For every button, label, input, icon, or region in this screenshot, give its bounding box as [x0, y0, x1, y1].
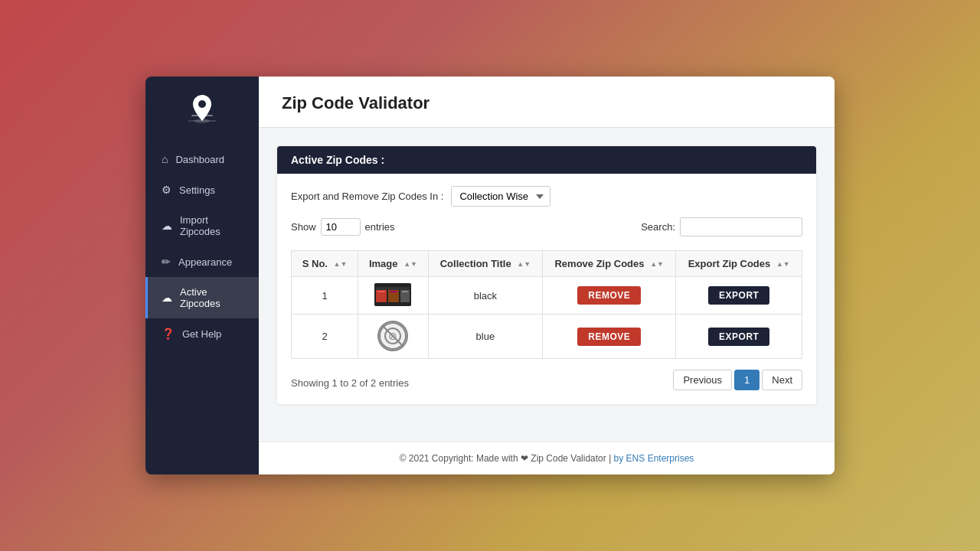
remove-button-1[interactable]: REMOVE: [577, 286, 641, 305]
cloud-upload-icon: ☁: [162, 292, 172, 304]
question-icon: ❓: [162, 328, 175, 340]
search-label: Search:: [641, 221, 675, 233]
showing-text: Showing 1 to 2 of 2 entries: [291, 377, 409, 389]
show-entries-row: Show 10 25 50 100 entries: [291, 218, 395, 236]
svg-rect-2: [191, 115, 213, 116]
no-photo-icon: ⊘: [377, 321, 408, 351]
pencil-icon: ✏: [162, 256, 171, 268]
sidebar-item-get-help[interactable]: ❓ Get Help: [145, 318, 259, 349]
cell-remove-2: REMOVE: [543, 315, 676, 359]
table-bottom-row: Showing 1 to 2 of 2 entries Previous 1 N…: [291, 368, 802, 392]
sidebar-item-settings[interactable]: ⚙ Settings: [145, 174, 259, 205]
table-row: 2 ⊘: [292, 315, 802, 359]
cell-sno-2: 2: [292, 315, 358, 359]
sidebar-logo: [185, 92, 219, 126]
sort-arrows-image: ▲▼: [403, 261, 417, 268]
card-header: Active Zip Codes :: [277, 146, 816, 174]
table-controls: Show 10 25 50 100 entries Search:: [291, 217, 802, 244]
search-row: Search:: [641, 217, 802, 236]
sort-arrows-export: ▲▼: [776, 261, 790, 268]
cloud-icon: ☁: [162, 220, 172, 232]
export-button-2[interactable]: EXPORT: [708, 328, 769, 346]
map-pin-icon: [185, 92, 219, 126]
active-zipcodes-card: Active Zip Codes : Export and Remove Zip…: [277, 146, 816, 404]
main-content: Zip Code Validator Active Zip Codes : Ex…: [259, 77, 835, 474]
col-sno: S No. ▲▼: [292, 251, 358, 277]
cell-image-1: [358, 277, 429, 315]
sort-arrows-sno: ▲▼: [334, 261, 348, 268]
cell-export-1: EXPORT: [676, 277, 802, 315]
next-button[interactable]: Next: [762, 370, 802, 390]
sidebar-item-import-zipcodes[interactable]: ☁ Import Zipcodes: [145, 205, 259, 246]
footer-heart: ❤: [521, 453, 528, 464]
card-body: Export and Remove Zip Codes In : Collect…: [277, 186, 816, 392]
sidebar-item-label: Import Zipcodes: [180, 214, 245, 237]
col-image: Image ▲▼: [358, 251, 429, 277]
home-icon: ⌂: [162, 153, 168, 165]
sidebar-item-active-zipcodes[interactable]: ☁ Active Zipcodes: [145, 277, 259, 318]
page-footer: © 2021 Copyright: Made with ❤ Zip Code V…: [259, 442, 835, 474]
sidebar-item-label: Settings: [179, 184, 215, 196]
pagination: Previous 1 Next: [673, 370, 802, 390]
zipcodes-table: S No. ▲▼ Image ▲▼ Collection Title ▲▼: [291, 250, 802, 359]
filter-label: Export and Remove Zip Codes In :: [291, 191, 443, 202]
sidebar: ⌂ Dashboard ⚙ Settings ☁ Import Zipcodes…: [145, 77, 259, 474]
cell-collection-title-1: black: [428, 277, 542, 315]
footer-app-name: Zip Code Validator: [531, 453, 606, 464]
col-collection-title: Collection Title ▲▼: [428, 251, 542, 277]
export-button-1[interactable]: EXPORT: [708, 286, 769, 305]
cosmetic-image-svg: [374, 284, 411, 305]
page-header: Zip Code Validator: [259, 77, 835, 128]
previous-button[interactable]: Previous: [673, 370, 732, 390]
footer-made-with: Made with: [476, 453, 518, 464]
remove-button-2[interactable]: REMOVE: [577, 328, 641, 346]
cell-image-2: ⊘: [358, 315, 429, 359]
footer-ens-link[interactable]: by ENS Enterprises: [614, 453, 694, 464]
svg-rect-8: [376, 287, 410, 290]
svg-rect-9: [377, 291, 385, 292]
cosmetic-image: [374, 283, 411, 306]
svg-rect-10: [390, 291, 397, 292]
entries-label: entries: [365, 221, 395, 233]
cell-collection-title-2: blue: [428, 315, 542, 359]
cell-remove-1: REMOVE: [543, 277, 676, 315]
entries-per-page-select[interactable]: 10 25 50 100: [321, 218, 361, 236]
footer-copyright: © 2021 Copyright:: [400, 453, 474, 464]
page-title: Zip Code Validator: [282, 93, 812, 113]
page-1-button[interactable]: 1: [734, 370, 760, 390]
sidebar-item-label: Get Help: [182, 328, 221, 340]
filter-row: Export and Remove Zip Codes In : Collect…: [291, 186, 802, 207]
svg-text:⊘: ⊘: [388, 330, 397, 342]
col-remove: Remove Zip Codes ▲▼: [543, 251, 676, 277]
sidebar-item-dashboard[interactable]: ⌂ Dashboard: [145, 144, 259, 174]
sidebar-item-label: Active Zipcodes: [180, 286, 245, 309]
sidebar-item-label: Appearance: [178, 256, 232, 268]
sort-arrows-remove: ▲▼: [650, 261, 664, 268]
search-input[interactable]: [680, 217, 802, 236]
gear-icon: ⚙: [162, 184, 172, 196]
collection-wise-select[interactable]: Collection Wise All: [451, 186, 550, 207]
sort-arrows-collection: ▲▼: [517, 261, 531, 268]
no-photo-svg: ⊘: [379, 322, 407, 350]
show-label: Show: [291, 221, 316, 233]
sidebar-navigation: ⌂ Dashboard ⚙ Settings ☁ Import Zipcodes…: [145, 144, 259, 349]
sidebar-item-appearance[interactable]: ✏ Appearance: [145, 246, 259, 277]
table-row: 1: [292, 277, 802, 315]
cell-sno-1: 1: [292, 277, 358, 315]
svg-point-1: [198, 100, 206, 108]
sidebar-item-label: Dashboard: [175, 154, 224, 165]
main-body: Active Zip Codes : Export and Remove Zip…: [259, 128, 835, 434]
svg-rect-11: [402, 291, 408, 292]
cell-export-2: EXPORT: [676, 315, 802, 359]
table-header-row: S No. ▲▼ Image ▲▼ Collection Title ▲▼: [292, 251, 802, 277]
footer-separator: |: [609, 453, 611, 464]
col-export: Export Zip Codes ▲▼: [676, 251, 802, 277]
